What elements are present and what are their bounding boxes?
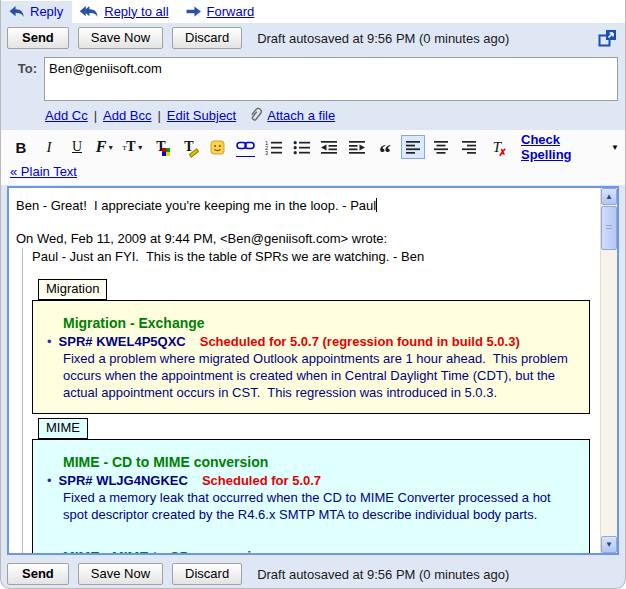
reply-all-label: Reply to all	[104, 4, 168, 19]
indent-icon	[348, 140, 366, 154]
save-now-button[interactable]: Save Now	[78, 27, 163, 49]
reply-all-action[interactable]: Reply to all	[72, 1, 177, 23]
bottom-command-bar: Send Save Now Discard Draft autosaved at…	[1, 557, 625, 589]
scrollbar-thumb[interactable]	[601, 206, 617, 250]
popout-icon[interactable]	[598, 29, 617, 48]
underline-button[interactable]: U	[65, 135, 89, 159]
section-title: Migration - Exchange	[63, 314, 581, 332]
spr-number: SPR# KWEL4P5QXC	[59, 334, 186, 349]
reply-all-arrow-icon	[79, 5, 99, 18]
autosave-status: Draft autosaved at 9:56 PM (0 minutes ag…	[257, 31, 509, 46]
bold-button[interactable]: B	[9, 135, 33, 159]
editor-scrollbar[interactable]: ▲ ▼	[600, 188, 617, 553]
compose-window: Reply Reply to all Forward Send Save Now…	[0, 0, 626, 589]
color-grid-icon	[162, 148, 170, 156]
font-button[interactable]: F▼	[93, 135, 117, 159]
align-center-button[interactable]	[429, 135, 453, 159]
paperclip-icon	[246, 105, 265, 124]
outdent-button[interactable]	[317, 135, 341, 159]
separator: |	[94, 108, 97, 123]
spr-line: •SPR# WLJG4NGKECScheduled for 5.0.7	[47, 472, 581, 489]
remove-formatting-button[interactable]: T✗	[485, 135, 509, 159]
to-value: Ben@geniisoft.com	[49, 61, 162, 76]
schedule-note: Scheduled for 5.0.7 (regression found in…	[200, 334, 520, 349]
add-cc-link[interactable]: Add Cc	[45, 108, 88, 123]
send-button[interactable]: Send	[7, 563, 69, 585]
scroll-down-button[interactable]: ▼	[601, 536, 617, 553]
mime-tab: MIME	[38, 418, 88, 439]
align-left-icon	[405, 140, 421, 154]
section-title: MIME - CD to MIME conversion	[63, 453, 581, 471]
reply-mode-bar: Reply Reply to all Forward	[1, 0, 625, 23]
italic-button[interactable]: I	[37, 135, 61, 159]
format-area: B I U F▼ тT▼ T T 1 2	[1, 130, 625, 185]
message-editor: Ben - Great! I appreciate you're keeping…	[7, 186, 619, 555]
draft-text-line: Ben - Great! I appreciate you're keeping…	[16, 197, 598, 214]
add-bcc-link[interactable]: Add Bcc	[103, 108, 151, 123]
bullet-dot: •	[47, 334, 52, 349]
to-label: To:	[7, 61, 37, 101]
scrollbar-track[interactable]	[601, 250, 617, 536]
edit-subject-link[interactable]: Edit Subject	[167, 108, 236, 123]
spr-description: Fixed a problem where migrated Outlook a…	[63, 350, 571, 401]
insert-link-button[interactable]	[233, 135, 257, 159]
text-cursor	[376, 198, 377, 212]
section-title: MIME - MIME to CD conversion	[63, 548, 581, 553]
chain-link-icon	[236, 137, 255, 157]
quoted-message: Paul - Just an FYI. This is the table of…	[22, 248, 598, 553]
check-spelling-button[interactable]: Check Spelling ▼	[521, 132, 619, 162]
discard-button[interactable]: Discard	[172, 563, 242, 585]
forward-arrow-icon	[185, 5, 202, 18]
reply-label: Reply	[30, 4, 63, 19]
highlight-color-button[interactable]: T	[177, 135, 201, 159]
font-size-button[interactable]: тT▼	[121, 135, 145, 159]
align-right-icon	[461, 140, 477, 154]
numbered-list-button[interactable]: 1 2 3	[261, 135, 285, 159]
outdent-icon	[320, 140, 338, 154]
scroll-up-button[interactable]: ▲	[601, 188, 617, 205]
autosave-status: Draft autosaved at 9:56 PM (0 minutes ag…	[257, 567, 509, 582]
reply-action[interactable]: Reply	[1, 1, 72, 23]
schedule-note: Scheduled for 5.0.7	[202, 473, 321, 488]
quote-attribution: On Wed, Feb 11, 2009 at 9:44 PM, <Ben@ge…	[16, 230, 598, 247]
plain-text-link[interactable]: « Plain Text	[10, 164, 77, 179]
text-color-button[interactable]: T	[149, 135, 173, 159]
send-button[interactable]: Send	[7, 27, 69, 49]
align-left-button[interactable]	[401, 135, 425, 159]
svg-text:3: 3	[265, 150, 268, 155]
top-command-bar: Send Save Now Discard Draft autosaved at…	[1, 23, 625, 53]
to-input[interactable]: Ben@geniisoft.com	[44, 57, 618, 101]
reply-arrow-icon	[8, 5, 25, 18]
bullet-dot: •	[47, 473, 52, 488]
spr-number: SPR# WLJG4NGKEC	[59, 473, 188, 488]
bullet-list-icon	[293, 140, 310, 155]
align-center-icon	[433, 140, 449, 154]
dropdown-arrow-icon: ▼	[137, 144, 144, 151]
spr-description: Fixed a memory leak that occurred when t…	[63, 489, 571, 523]
message-body[interactable]: Ben - Great! I appreciate you're keeping…	[9, 188, 600, 553]
numbered-list-icon: 1 2 3	[265, 140, 282, 155]
bullet-list-button[interactable]	[289, 135, 313, 159]
blockquote-button[interactable]: “	[373, 135, 397, 159]
smiley-icon	[210, 140, 225, 155]
attach-file-link[interactable]: Attach a file	[267, 108, 335, 123]
emoji-button[interactable]	[205, 135, 229, 159]
mime-box: MIME - CD to MIME conversion •SPR# WLJG4…	[32, 439, 590, 553]
align-right-button[interactable]	[457, 135, 481, 159]
recipient-row: To: Ben@geniisoft.com	[1, 53, 625, 104]
indent-button[interactable]	[345, 135, 369, 159]
discard-button[interactable]: Discard	[172, 27, 242, 49]
format-toolbar: B I U F▼ тT▼ T T 1 2	[9, 134, 619, 160]
dropdown-arrow-icon: ▼	[611, 143, 619, 152]
plain-text-row: « Plain Text	[9, 160, 619, 183]
migration-box: Migration - Exchange •SPR# KWEL4P5QXCSch…	[32, 300, 590, 414]
separator: |	[157, 108, 160, 123]
red-x-icon: ✗	[499, 149, 507, 157]
forward-label: Forward	[207, 4, 255, 19]
spr-line: •SPR# KWEL4P5QXCScheduled for 5.0.7 (reg…	[47, 333, 581, 350]
quote-intro-line: Paul - Just an FYI. This is the table of…	[32, 248, 598, 265]
save-now-button[interactable]: Save Now	[78, 563, 163, 585]
forward-action[interactable]: Forward	[178, 1, 264, 23]
migration-tab: Migration	[38, 279, 107, 300]
dropdown-arrow-icon: ▼	[107, 144, 114, 151]
